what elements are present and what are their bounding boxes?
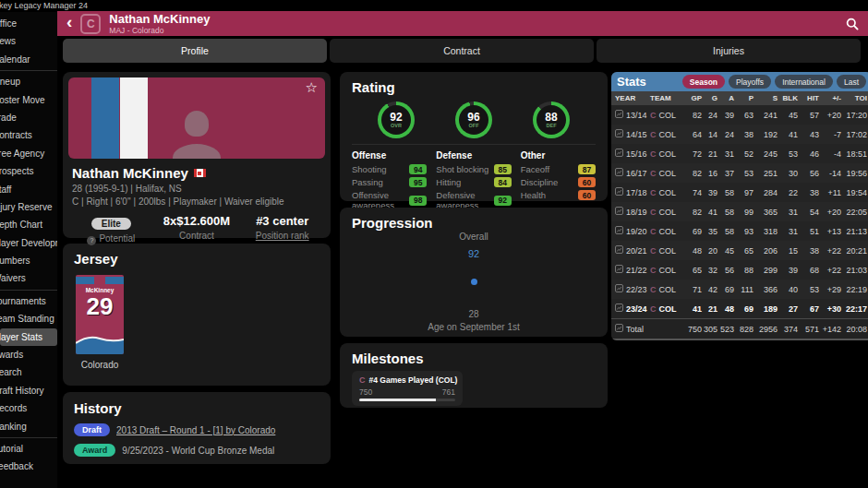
attribute-value-badge: 60 bbox=[578, 177, 596, 187]
stats-filter-season[interactable]: Season bbox=[682, 75, 725, 89]
sidebar-item-team-standing[interactable]: Team Standing bbox=[0, 310, 57, 327]
stat-cell: 56 bbox=[798, 169, 819, 178]
sidebar-item-prospects[interactable]: Prospects bbox=[0, 162, 57, 180]
stats-row-21-22[interactable]: 21/22CCOL653256882993968+2221:03 bbox=[611, 260, 868, 280]
help-icon[interactable]: ? bbox=[87, 236, 96, 245]
stats-filter-last[interactable]: Last bbox=[837, 75, 866, 89]
position-rank-link[interactable]: Position rank bbox=[239, 231, 325, 241]
stats-row-13-14[interactable]: 13/14CCOL822439632414557+2017:20 bbox=[611, 105, 868, 125]
stat-cell: 366 bbox=[753, 285, 778, 294]
stat-cell: 365 bbox=[753, 208, 778, 217]
stats-row-19-20[interactable]: 19/20CCOL693558933183151+1321:13 bbox=[611, 221, 868, 241]
stats-col--: +/- bbox=[819, 94, 841, 102]
sidebar-item-player-development[interactable]: Player Development bbox=[0, 234, 57, 252]
stats-filter-group: SeasonPlayoffsInternationalLast bbox=[682, 75, 866, 89]
rating-group-title: Offense bbox=[352, 150, 427, 161]
search-icon[interactable] bbox=[846, 18, 859, 30]
attribute-value-badge: 84 bbox=[494, 177, 512, 187]
year-stats-icon bbox=[615, 265, 623, 275]
sidebar-item-waivers[interactable]: Waivers bbox=[0, 269, 57, 287]
gauge-label: OVR bbox=[391, 123, 402, 128]
jersey-card: Jersey McKinney 29 Colorado bbox=[63, 244, 331, 386]
sidebar-item-depth-chart[interactable]: Depth Chart bbox=[0, 216, 57, 233]
sidebar-item-records[interactable]: Records bbox=[0, 399, 57, 417]
stats-filter-international[interactable]: International bbox=[775, 75, 833, 89]
sidebar-item-staff[interactable]: Staff bbox=[0, 181, 57, 198]
team-logo-icon: C bbox=[650, 111, 657, 120]
stat-cell: 31 bbox=[778, 227, 798, 236]
stats-row-23-24[interactable]: 23/24CCOL412148691892767+3022:17 bbox=[611, 299, 868, 318]
stat-cell: 245 bbox=[753, 149, 778, 159]
history-entry: Award9/25/2023 - World Cup Bronze Medal bbox=[74, 444, 319, 457]
stat-cell: 241 bbox=[753, 111, 778, 120]
sidebar-item-draft-history[interactable]: Draft History bbox=[0, 382, 57, 399]
stat-cell: 19:54 bbox=[841, 188, 867, 197]
sidebar-item-roster-move[interactable]: Roster Move bbox=[0, 91, 57, 109]
stat-team: COL bbox=[659, 208, 677, 217]
sidebar-item-tutorial[interactable]: Tutorial bbox=[0, 440, 57, 458]
sidebar-item-office[interactable]: Office bbox=[0, 15, 57, 32]
sidebar-item-ranking[interactable]: Ranking bbox=[0, 418, 57, 435]
sidebar-item-tournaments[interactable]: Tournaments bbox=[0, 292, 57, 310]
milestone-item[interactable]: C#4 Games Played (COL)750761 bbox=[352, 371, 463, 406]
stat-cell: 35 bbox=[702, 227, 717, 236]
stats-row-total[interactable]: Total7503055238282956374571+14220:08 bbox=[611, 318, 868, 340]
stats-row-17-18[interactable]: 17/18CCOL743958972842238+1119:54 bbox=[611, 183, 868, 202]
sidebar-item-awards[interactable]: Awards bbox=[0, 346, 57, 363]
sidebar-item-free-agency[interactable]: Free Agency bbox=[0, 145, 57, 162]
team-logo-icon: C bbox=[650, 169, 657, 178]
stat-cell: 41 bbox=[683, 304, 702, 314]
stat-team: COL bbox=[659, 111, 677, 120]
back-button[interactable]: ‹ bbox=[66, 13, 72, 31]
stat-cell: 750 bbox=[683, 325, 702, 334]
stat-cell: +22 bbox=[819, 266, 841, 275]
sidebar-item-trade[interactable]: Trade bbox=[0, 109, 57, 126]
stat-cell: 72 bbox=[683, 149, 702, 159]
history-entry-text[interactable]: 2013 Draft – Round 1 - [1] by Colorado bbox=[116, 425, 275, 435]
stat-cell: 31 bbox=[778, 208, 798, 217]
stats-filter-playoffs[interactable]: Playoffs bbox=[729, 75, 771, 89]
tab-injuries[interactable]: Injuries bbox=[597, 39, 861, 63]
sidebar-item-calendar[interactable]: Calendar bbox=[0, 51, 57, 68]
tab-contract[interactable]: Contract bbox=[330, 39, 594, 63]
stat-year: 18/19 bbox=[626, 208, 647, 217]
rating-gauges: 92OVR96OFF88DEF bbox=[357, 101, 590, 138]
sidebar-item-contracts[interactable]: Contracts bbox=[0, 126, 57, 144]
stat-cell: 192 bbox=[753, 130, 778, 139]
attribute-value-badge: 92 bbox=[494, 196, 512, 206]
year-stats-icon bbox=[615, 207, 623, 217]
milestone-progress-fill bbox=[359, 399, 436, 401]
milestone-label: #4 Games Played (COL) bbox=[369, 375, 458, 385]
sidebar-item-player-stats[interactable]: Player Stats bbox=[0, 328, 57, 346]
position-rank-block: #3 center Position rank bbox=[239, 214, 325, 245]
attribute-name: Hitting bbox=[436, 177, 461, 187]
stats-row-20-21[interactable]: 20/21CCOL482045652061538+2220:21 bbox=[611, 241, 868, 260]
tab-profile[interactable]: Profile bbox=[63, 39, 327, 63]
stats-row-14-15[interactable]: 14/15CCOL641424381924143-717:02 bbox=[611, 125, 868, 144]
sidebar-item-news[interactable]: News bbox=[0, 32, 57, 50]
stat-cell: 43 bbox=[798, 130, 819, 139]
gauge-value: 88 bbox=[545, 112, 557, 123]
stats-row-16-17[interactable]: 16/17CCOL821637532513056-1419:56 bbox=[611, 163, 868, 183]
rating-group-title: Defense bbox=[436, 150, 511, 161]
stat-cell: 88 bbox=[734, 266, 753, 275]
sidebar-item-injury-reserve[interactable]: Injury Reserve bbox=[0, 198, 57, 216]
stat-cell: 58 bbox=[717, 188, 734, 197]
jersey-title: Jersey bbox=[74, 251, 319, 267]
stats-card: Stats SeasonPlayoffsInternationalLast YE… bbox=[611, 72, 868, 340]
sidebar-item-feedback[interactable]: Feedback bbox=[0, 458, 57, 475]
stats-row-22-23[interactable]: 22/23CCOL7142691113664053+2922:19 bbox=[611, 280, 868, 299]
stat-cell: 56 bbox=[717, 266, 734, 275]
sidebar-item-search[interactable]: Search bbox=[0, 363, 57, 381]
progression-data-point[interactable] bbox=[471, 279, 477, 285]
stats-row-18-19[interactable]: 18/19CCOL824158993653154+2022:05 bbox=[611, 202, 868, 221]
stat-cell: 82 bbox=[683, 169, 702, 178]
gauge-label: DEF bbox=[547, 123, 557, 128]
favorite-star-icon[interactable]: ☆ bbox=[306, 79, 318, 96]
stats-row-15-16[interactable]: 15/16CCOL722131522455346-418:51 bbox=[611, 144, 868, 163]
progression-overall-label: Overall bbox=[340, 232, 608, 242]
sidebar-item-lineup[interactable]: Lineup bbox=[0, 73, 57, 90]
sidebar-item-numbers[interactable]: Numbers bbox=[0, 252, 57, 269]
rating-attribute-health: Health60 bbox=[521, 190, 596, 200]
stat-cell: 45 bbox=[778, 111, 798, 120]
